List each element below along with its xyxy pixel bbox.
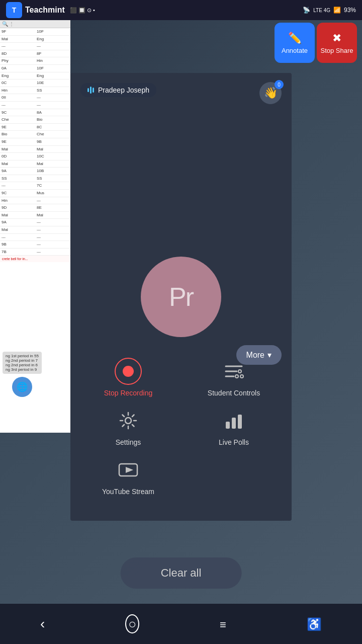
teachmint-logo: T Teachmint xyxy=(6,2,65,18)
student-controls-label: Student Controls xyxy=(208,389,260,397)
table-cell: 9F xyxy=(0,28,35,35)
status-bar: T Teachmint ⬛ 🔲 ⊙ • 📡 LTE 4G 📶 93% xyxy=(0,0,362,20)
table-cell: Mal xyxy=(0,212,35,219)
settings-label: Settings xyxy=(116,438,141,446)
youtube-stream-control[interactable]: YouTube Stream xyxy=(85,456,171,496)
table-cell: Phy xyxy=(0,57,35,64)
table-cell: 0A xyxy=(0,65,35,72)
table-cell: SS xyxy=(35,175,70,182)
top-actions: ✏️ Annotate ✖ Stop Share xyxy=(275,23,357,63)
table-row: 9E9B xyxy=(0,138,70,146)
svg-rect-8 xyxy=(232,418,236,429)
battery-label: 93% xyxy=(344,7,356,14)
extra-status-icons: ⬛ 🔲 ⊙ • xyxy=(70,7,95,14)
table-row: 9CMus xyxy=(0,190,70,197)
table-cell: 9D xyxy=(0,204,35,211)
more-icon: ⋮ xyxy=(9,21,14,27)
search-icon: 🔍 xyxy=(2,21,8,27)
table-cell: 8A xyxy=(35,109,70,116)
table-cell: --- xyxy=(35,43,70,50)
table-row: MalEng xyxy=(0,36,70,43)
table-cell: 9A xyxy=(0,168,35,175)
table-row: CheBio xyxy=(0,116,70,124)
table-cell: 7B xyxy=(0,249,35,256)
live-polls-label: Live Polls xyxy=(219,438,249,446)
bottom-app-area: ng 1st period in 55 ng 2nd period in 7 n… xyxy=(3,352,42,403)
signal-icon: 📶 xyxy=(333,7,341,14)
network-label: LTE 4G xyxy=(313,8,330,13)
stop-recording-icon xyxy=(115,358,142,385)
browser-icon[interactable]: 🌐 xyxy=(12,377,32,397)
controls-grid: Stop Recording Student Controls xyxy=(70,348,292,506)
table-row: MalMal xyxy=(0,146,70,153)
youtube-stream-label: YouTube Stream xyxy=(102,488,154,496)
status-bar-left: T Teachmint ⬛ 🔲 ⊙ • xyxy=(6,2,95,18)
recents-button[interactable]: ≡ xyxy=(210,611,236,637)
status-bar-right: 📡 LTE 4G 📶 93% xyxy=(303,7,356,14)
table-cell: 9C xyxy=(0,190,35,197)
clear-all-button[interactable]: Clear all xyxy=(121,557,242,589)
table-cell: --- xyxy=(35,241,70,248)
svg-rect-7 xyxy=(226,422,230,429)
table-cell: Mal xyxy=(0,160,35,168)
stop-icon: ✖ xyxy=(332,32,341,45)
table-cell: 10B xyxy=(35,168,70,175)
table-cell: 9B xyxy=(0,241,35,248)
accessibility-button[interactable]: ♿ xyxy=(297,611,332,637)
table-cell: 9E xyxy=(0,124,35,131)
schedule-entries: ng 1st period in 55 ng 2nd period in 7 n… xyxy=(3,352,42,374)
table-cell: 10C xyxy=(35,153,70,160)
table-row: EngEng xyxy=(0,72,70,80)
table-cell: --- xyxy=(0,102,35,109)
table-cell: --- xyxy=(35,197,70,204)
emoji-reaction: 👋 0 xyxy=(259,82,282,104)
stop-share-button[interactable]: ✖ Stop Share xyxy=(317,23,357,63)
audio-bars xyxy=(87,87,94,94)
table-cell: 9C xyxy=(0,109,35,116)
audio-bar-2 xyxy=(90,87,92,94)
table-cell: Hin xyxy=(0,197,35,204)
back-icon: ‹ xyxy=(40,616,45,631)
student-controls-control[interactable]: Student Controls xyxy=(191,358,277,397)
table-row: 9F10F xyxy=(0,28,70,36)
home-button[interactable]: ○ xyxy=(115,611,149,637)
table-cell: Mal xyxy=(0,226,35,233)
svg-marker-11 xyxy=(126,467,133,473)
schedule-table: 🔍 ⋮ 9F10FMalEng------8D8FPhyHin0A10FEngE… xyxy=(0,20,70,433)
table-cell: --- xyxy=(35,94,70,101)
table-cell: SS xyxy=(35,87,70,94)
table-cell: 9A xyxy=(0,219,35,226)
table-cell: Mus xyxy=(35,190,70,197)
schedule-header: 🔍 ⋮ xyxy=(0,20,70,28)
table-row: MalMal xyxy=(0,160,70,168)
svg-point-4 xyxy=(235,375,238,378)
settings-control[interactable]: Settings xyxy=(85,407,171,446)
table-cell: Bio xyxy=(35,116,70,123)
recents-icon: ≡ xyxy=(220,618,226,631)
table-row: 0C10E xyxy=(0,79,70,87)
table-row: 7B--- xyxy=(0,249,70,256)
annotate-label: Annotate xyxy=(282,47,308,54)
table-cell: 9E xyxy=(0,138,35,145)
live-polls-control[interactable]: Live Polls xyxy=(191,407,277,446)
schedule-rows: 9F10FMalEng------8D8FPhyHin0A10FEngEng0C… xyxy=(0,28,70,256)
table-cell: Mal xyxy=(35,212,70,219)
back-button[interactable]: ‹ xyxy=(30,611,55,637)
table-cell: 0C xyxy=(0,79,35,87)
avatar: Pr xyxy=(141,257,221,337)
table-cell: SS xyxy=(0,175,35,182)
annotate-button[interactable]: ✏️ Annotate xyxy=(275,23,315,63)
table-cell: --- xyxy=(35,226,70,233)
table-row: 9B--- xyxy=(0,241,70,249)
stop-recording-control[interactable]: Stop Recording xyxy=(85,358,171,397)
pencil-icon: ✏️ xyxy=(288,32,302,45)
table-cell: 7C xyxy=(35,182,70,189)
logo-text: Teachmint xyxy=(25,6,65,15)
table-cell: 10F xyxy=(35,65,70,72)
table-row: 0D10C xyxy=(0,153,70,160)
table-row: 9A10B xyxy=(0,168,70,175)
live-polls-icon xyxy=(220,407,247,434)
table-cell: Mal xyxy=(0,146,35,153)
svg-rect-9 xyxy=(238,415,242,429)
table-cell: Mal xyxy=(35,146,70,153)
